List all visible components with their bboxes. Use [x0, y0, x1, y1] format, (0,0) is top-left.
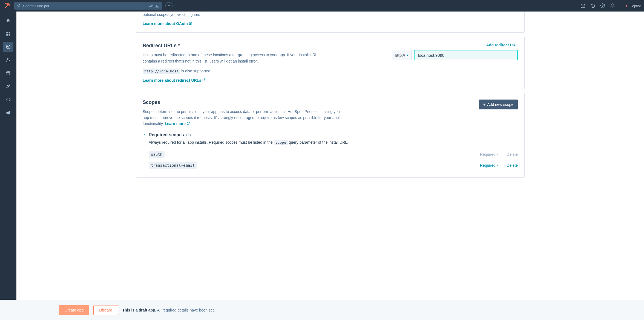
sparkle-icon: ✦: [625, 4, 628, 8]
scope-row: oauth Required ▼ Delete: [149, 149, 518, 160]
external-link-icon: [187, 121, 190, 126]
oauth-card: optional scopes you've configured. Learn…: [136, 12, 525, 33]
svg-line-18: [188, 122, 190, 123]
svg-line-16: [190, 22, 192, 24]
rail-projects[interactable]: [3, 42, 13, 52]
svg-point-4: [5, 3, 6, 4]
search-input[interactable]: [23, 4, 147, 8]
search-shortcut: Ctrl K: [149, 4, 159, 8]
rail-apps[interactable]: [3, 29, 13, 39]
left-rail: [0, 12, 16, 300]
rail-testing[interactable]: [3, 55, 13, 65]
help-icon[interactable]: [590, 3, 595, 8]
shortcut-key: K: [155, 4, 159, 8]
external-link-icon: [202, 78, 206, 82]
scopes-learn-more-text: Learn more: [165, 121, 186, 127]
redirect-url-input[interactable]: [414, 50, 518, 60]
svg-point-5: [5, 7, 6, 8]
redirect-desc: Users must be redirected to one of these…: [143, 52, 325, 64]
required-scopes-desc: Always required for all app installs. Re…: [149, 140, 518, 145]
scope-tag: transactional-email: [149, 162, 197, 169]
rail-tools[interactable]: [3, 81, 13, 92]
copilot-button[interactable]: ✦ Copilot: [625, 4, 641, 8]
top-nav: Ctrl K + ✦ Copilot: [0, 0, 644, 12]
required-scopes-count: (2): [186, 133, 191, 137]
add-redirect-url-link[interactable]: + Add redirect URL: [483, 43, 518, 47]
svg-point-7: [18, 4, 20, 6]
oauth-learn-more-text: Learn more about OAuth: [143, 21, 188, 26]
redirect-urls-card: Redirect URLs * Users must be redirected…: [136, 36, 525, 89]
scopes-card: Scopes Scopes determine the permissions …: [136, 93, 525, 178]
svg-point-11: [602, 5, 603, 7]
scopes-desc: Scopes determine the permissions your ap…: [143, 109, 345, 127]
protocol-select[interactable]: http:// ▼: [392, 50, 412, 60]
redirect-title: Redirect URLs *: [143, 43, 325, 49]
scope-required-dropdown[interactable]: Required ▼: [480, 163, 499, 168]
search-icon: [17, 4, 21, 8]
rail-code[interactable]: [3, 94, 13, 105]
svg-rect-14: [6, 34, 8, 36]
redirect-learn-more-link[interactable]: Learn more about redirect URLs: [143, 78, 206, 83]
svg-rect-12: [6, 32, 8, 33]
scope-row: transactional-email Required ▼ Delete: [149, 160, 518, 171]
rail-home[interactable]: [3, 15, 13, 26]
scope-required-label: Required: [480, 152, 496, 157]
svg-point-10: [593, 7, 593, 7]
divider: [620, 3, 620, 9]
localhost-code: http://localhost: [143, 69, 180, 74]
req-desc-pre: Always required for all app installs. Re…: [149, 140, 274, 145]
global-search[interactable]: Ctrl K: [14, 2, 162, 10]
plus-icon: +: [168, 3, 170, 8]
scope-required-dropdown: Required ▼: [480, 152, 499, 157]
rail-commerce[interactable]: [3, 68, 13, 78]
add-new-scope-button[interactable]: + Add new scope: [479, 100, 518, 109]
required-scopes-toggle[interactable]: Required scopes (2): [143, 132, 518, 137]
required-scopes-title: Required scopes: [149, 132, 184, 137]
chevron-down-icon: [143, 132, 146, 137]
scope-tag: oauth: [149, 151, 165, 158]
rail-announce[interactable]: [3, 107, 13, 118]
plus-icon: +: [483, 102, 485, 107]
external-link-icon: [189, 22, 192, 26]
copilot-label: Copilot: [630, 4, 641, 8]
scope-delete-button[interactable]: Delete: [507, 163, 518, 168]
add-new-scope-label: Add new scope: [487, 102, 513, 107]
svg-line-17: [204, 79, 205, 80]
scope-required-label: Required: [480, 163, 496, 168]
chevron-down-icon: ▼: [497, 153, 499, 156]
svg-line-8: [20, 6, 21, 7]
protocol-value: http://: [395, 53, 405, 58]
chevron-down-icon: ▼: [406, 54, 409, 57]
svg-rect-13: [9, 32, 10, 33]
shortcut-ctrl: Ctrl: [149, 4, 154, 7]
oauth-learn-more-link[interactable]: Learn more about OAuth: [143, 21, 192, 26]
hubspot-logo[interactable]: [3, 2, 11, 10]
scopes-title: Scopes: [143, 100, 345, 105]
localhost-suffix: is also supported.: [181, 69, 211, 73]
req-desc-post: query parameter of the install URL.: [289, 140, 348, 145]
scope-delete-button: Delete: [507, 152, 518, 157]
settings-icon[interactable]: [600, 3, 605, 8]
main-content: optional scopes you've configured. Learn…: [16, 12, 644, 300]
notifications-icon[interactable]: [610, 3, 615, 8]
redirect-learn-more-text: Learn more about redirect URLs: [143, 78, 201, 83]
marketplace-icon[interactable]: [580, 3, 585, 8]
add-button[interactable]: +: [165, 2, 173, 9]
redirect-localhost-line: http://localhost is also supported.: [143, 68, 325, 74]
oauth-partial-text: optional scopes you've configured.: [143, 12, 518, 18]
chevron-down-icon: ▼: [497, 164, 499, 167]
svg-rect-15: [9, 34, 10, 36]
scopes-learn-more-link[interactable]: Learn more: [165, 121, 190, 127]
req-desc-code: scope: [274, 140, 288, 145]
